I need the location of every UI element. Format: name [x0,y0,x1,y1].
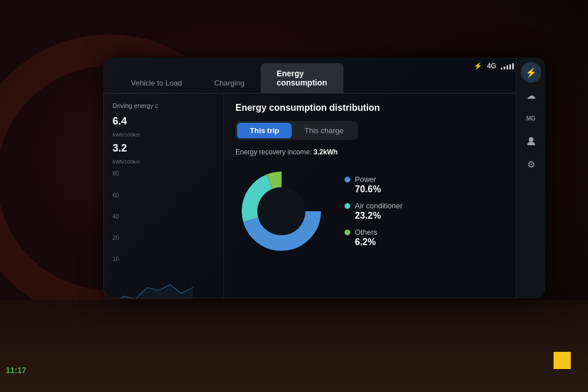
legend: Power 70.6% Air conditioner 23.2% [345,175,403,247]
sticky-note [554,352,571,369]
legend-item-power: Power 70.6% [345,175,403,195]
legend-value-ac: 23.2% [355,211,403,221]
y-label-20: 20 [113,235,214,241]
settings-sidebar-icon[interactable]: ⚙ [521,154,541,174]
y-label-60: 60 [113,192,214,199]
legend-label-ac: Air conditioner [355,201,403,210]
stat-value-1: 6.4 [113,115,214,127]
mini-chart [113,265,193,298]
usb-icon: ⚡ [474,62,482,70]
network-status: 4G [487,62,496,70]
signal-bar-2 [504,67,505,69]
signal-bar-4 [509,64,511,69]
car-screen: ⚡ 4G Vehicle to Load Charging Energycons… [103,57,546,298]
recovery-value: 3.2kWh [314,148,338,156]
mg-sidebar-icon[interactable]: MG [521,108,541,129]
time-display: 11:17 [6,366,26,375]
y-axis: 80 60 40 20 10 [113,170,214,262]
user-sidebar-icon[interactable] [521,131,541,152]
donut-chart [235,165,327,257]
legend-value-power: 70.6% [355,184,403,195]
signal-bars [501,63,514,69]
left-panel: Driving energy c 6.4 kWh/100km 3.2 kWh/1… [103,94,224,298]
signal-bar-3 [506,65,508,69]
y-label-40: 40 [113,214,214,220]
dashboard-base [0,300,588,392]
toggle-group: This trip This charge [235,121,358,140]
tab-vehicle-to-load[interactable]: Vehicle to Load [115,73,198,93]
stat-unit-1: kWh/100km [113,132,214,138]
y-label-80: 80 [113,170,214,177]
chart-area: Power 70.6% Air conditioner 23.2% [235,165,534,257]
stat-value-2: 3.2 [113,142,214,154]
legend-item-others: Others 6.2% [345,228,403,247]
legend-label-others: Others [355,228,377,236]
tab-energy-consumption[interactable]: Energyconsumption [261,63,343,93]
main-content: Driving energy c 6.4 kWh/100km 3.2 kWh/1… [103,94,546,298]
panel-title: Energy consumption distribution [235,103,534,113]
legend-dot-power [345,177,350,183]
toggle-this-trip[interactable]: This trip [237,123,292,138]
recovery-info: Energy recovery income: 3.2kWh [235,148,534,156]
legend-label-row-power: Power [345,175,403,184]
legend-value-others: 6.2% [355,237,403,247]
svg-point-1 [529,137,533,142]
stat-row-2: 3.2 [113,142,214,154]
legend-dot-ac [345,203,350,209]
legend-label-row-ac: Air conditioner [345,201,403,210]
legend-label-power: Power [355,175,376,184]
right-sidebar: ⚡ ☁ MG ⚙ [516,57,546,298]
cloud-sidebar-icon[interactable]: ☁ [521,85,541,106]
donut-svg [235,165,327,257]
legend-dot-others [345,230,350,235]
stat-unit-2: kWh/100km [113,159,214,165]
toggle-this-charge[interactable]: This charge [292,123,356,138]
status-bar: ⚡ 4G [474,62,514,70]
stat-row-1: 6.4 [113,115,214,127]
legend-label-row-others: Others [345,228,403,236]
donut-center [257,187,305,235]
recovery-label: Energy recovery income: [235,148,314,156]
driving-energy-title: Driving energy c [113,102,214,110]
tab-charging[interactable]: Charging [198,73,261,93]
signal-bar-1 [501,68,502,69]
y-label-10: 10 [113,256,214,262]
signal-bar-5 [512,63,514,69]
right-panel: Energy consumption distribution This tri… [224,94,546,298]
bolt-sidebar-icon[interactable]: ⚡ [521,62,541,83]
legend-item-ac: Air conditioner 23.2% [345,201,403,221]
